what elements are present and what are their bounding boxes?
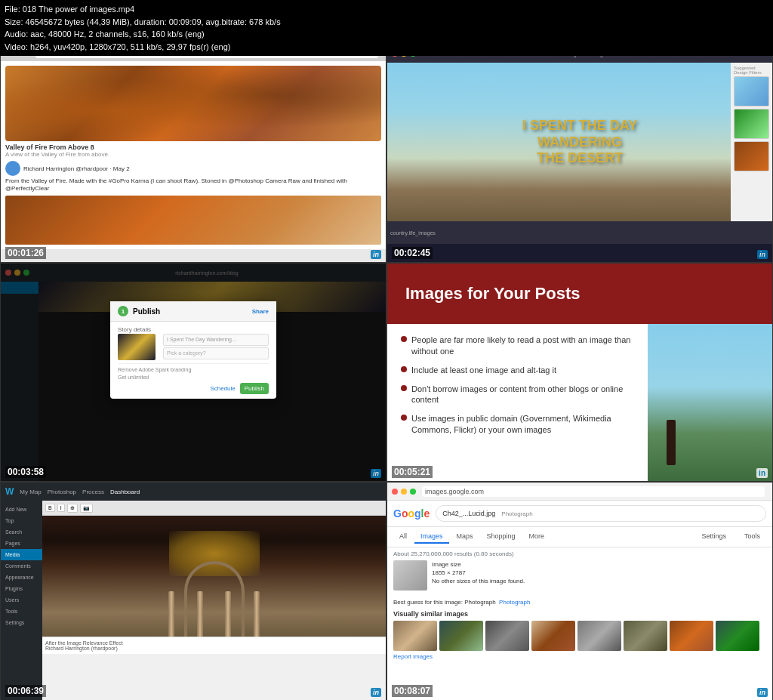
wp-nav-users[interactable]: Users bbox=[1, 594, 42, 606]
category-input[interactable]: Pick a category? bbox=[163, 347, 269, 359]
info-bar: File: 018 The power of images.mp4 Size: … bbox=[0, 0, 773, 56]
best-guess-row: Best guess for this image: Photograph Ph… bbox=[393, 594, 766, 607]
linkedin-watermark-1: in bbox=[371, 250, 381, 259]
close-btn-6[interactable] bbox=[392, 489, 398, 495]
overlay-line2: WANDERING bbox=[522, 134, 637, 150]
bullet-text-1: People are far more likely to read a pos… bbox=[411, 335, 634, 357]
wp-nav-settings[interactable]: Settings bbox=[1, 617, 42, 628]
linkedin-watermark-3: in bbox=[371, 469, 381, 478]
wp-post-title: After the Image Relevance Effect bbox=[45, 640, 383, 646]
wp-add-new[interactable]: Add New bbox=[1, 504, 42, 515]
g-letter-6: e bbox=[423, 507, 430, 520]
size-info: Size: 46545672 bytes (44,39 MiB), durati… bbox=[5, 16, 768, 29]
google-logo: Google bbox=[393, 507, 430, 520]
browser-bar-6: images.google.com bbox=[387, 483, 772, 501]
similar-img-8[interactable] bbox=[716, 621, 759, 651]
url-bar-6[interactable]: images.google.com bbox=[422, 486, 765, 497]
result-thumb bbox=[393, 560, 427, 591]
wp-nav-dashboard[interactable]: Dashboard bbox=[110, 489, 140, 495]
church-columns bbox=[158, 576, 271, 637]
bullet-dot-3 bbox=[401, 385, 407, 391]
schedule-button[interactable]: Schedule bbox=[210, 383, 235, 394]
video-info: Video: h264, yuv420p, 1280x720, 511 kb/s… bbox=[5, 41, 768, 54]
tab-shopping[interactable]: Shopping bbox=[481, 530, 522, 544]
slide-bullets: People are far more likely to read a pos… bbox=[387, 324, 648, 481]
wp-nav-appearance[interactable]: Appearance bbox=[1, 572, 42, 583]
wp-tool-b[interactable]: B bbox=[45, 504, 55, 512]
g-letter-3: o bbox=[408, 507, 414, 520]
timestamp-2: 00:02:45 bbox=[392, 247, 433, 259]
dialog-share-link[interactable]: Share bbox=[252, 308, 269, 315]
wp-main-area: Add New Top Search Pages Media Comments … bbox=[1, 501, 386, 700]
min-btn-6[interactable] bbox=[401, 489, 407, 495]
wp-content-5: B I ⊕ 📷 After the Image Rel bbox=[42, 501, 386, 700]
photograph-link[interactable]: Photograph bbox=[499, 599, 530, 606]
church-photo bbox=[42, 516, 386, 637]
design-footer-text: country.life_images bbox=[390, 230, 436, 236]
desert-background: I SPENT THE DAY WANDERING THE DESERT bbox=[387, 63, 772, 221]
g-letter-4: g bbox=[414, 507, 421, 520]
similar-img-2[interactable] bbox=[439, 621, 483, 651]
tweet-text: From the Valley of Fire. Made with the #… bbox=[5, 177, 381, 193]
similar-img-5[interactable] bbox=[577, 621, 621, 651]
tweet-desert-image bbox=[5, 66, 381, 141]
wp-nav-media[interactable]: Media bbox=[1, 549, 42, 560]
dialog-actions: Remove Adobe Spark branding Get unlimite… bbox=[118, 363, 269, 394]
timestamp-1: 00:01:26 bbox=[5, 247, 46, 259]
column-1 bbox=[168, 591, 174, 637]
wp-nav-plugins[interactable]: Plugins bbox=[1, 583, 42, 594]
bullet-item-3: Don't borrow images or content from othe… bbox=[401, 384, 634, 406]
similar-img-6[interactable] bbox=[624, 621, 667, 651]
report-images-link[interactable]: Report images bbox=[393, 653, 766, 660]
bullet-dot-1 bbox=[401, 336, 407, 342]
story-input[interactable]: I Spent The Day Wandering... bbox=[163, 334, 269, 346]
desert-text-overlay: I SPENT THE DAY WANDERING THE DESERT bbox=[522, 118, 637, 167]
tab-settings[interactable]: Settings bbox=[695, 530, 732, 544]
image-info: Image size 1855 × 2787 No other sizes of… bbox=[393, 560, 766, 591]
similar-img-3[interactable] bbox=[485, 621, 529, 651]
visually-similar-heading: Visually similar images bbox=[393, 610, 766, 618]
panel-wordpress-church: W My Map Photoshop Process Dashboard Add… bbox=[0, 482, 386, 700]
similar-img-1[interactable] bbox=[393, 621, 437, 651]
max-btn-6[interactable] bbox=[410, 489, 416, 495]
wp-nav-process: Process bbox=[82, 489, 104, 495]
similar-img-4[interactable] bbox=[531, 621, 575, 651]
story-field: Story details I Spent The Day Wandering.… bbox=[118, 326, 269, 360]
no-other-sizes: No other sizes of this image found. bbox=[432, 577, 525, 585]
wp-author: Richard Harrington (rhardpoor) bbox=[45, 646, 383, 651]
design-footer: country.life_images bbox=[387, 221, 772, 244]
wp-tool-link[interactable]: ⊕ bbox=[67, 504, 78, 513]
tab-maps[interactable]: Maps bbox=[451, 530, 479, 544]
google-search-bar[interactable]: Ch42_...Lucid.jpg Photograph bbox=[436, 505, 766, 522]
wp-nav-comments[interactable]: Comments bbox=[1, 560, 42, 572]
slide-body: People are far more likely to read a pos… bbox=[387, 324, 772, 481]
category-placeholder: Pick a category? bbox=[167, 350, 206, 356]
dialog-header: 1 Publish Share bbox=[110, 301, 276, 322]
wp-nav-pages[interactable]: Pages bbox=[1, 538, 42, 549]
wp-logo: W bbox=[5, 486, 14, 497]
tweet-content: Valley of Fire From Above 8 A view of th… bbox=[1, 61, 386, 249]
dialog-btn-row: Schedule Publish bbox=[118, 383, 269, 394]
wp-header-5: W My Map Photoshop Process Dashboard bbox=[1, 483, 386, 501]
wp-nav-tools[interactable]: Tools bbox=[1, 606, 42, 617]
overlay-line3: THE DESERT bbox=[522, 150, 637, 167]
trial-label: Get unlimited bbox=[118, 375, 269, 380]
bullet-text-3: Don't borrow images or content from othe… bbox=[411, 384, 634, 406]
wp-tool-i[interactable]: I bbox=[57, 504, 65, 512]
timestamp-3: 00:03:58 bbox=[5, 466, 46, 478]
wp-tool-img[interactable]: 📷 bbox=[80, 504, 93, 513]
filter-thumb-2[interactable] bbox=[734, 109, 769, 139]
tab-all[interactable]: All bbox=[393, 530, 413, 544]
tab-images[interactable]: Images bbox=[414, 530, 449, 544]
tab-tools[interactable]: Tools bbox=[738, 530, 766, 544]
wp-nav-top[interactable]: Top bbox=[1, 515, 42, 526]
google-tabs: All Images Maps Shopping More Settings T… bbox=[387, 527, 772, 547]
wp-nav-search[interactable]: Search bbox=[1, 526, 42, 538]
image-size-label: Image size bbox=[432, 560, 525, 569]
similar-img-7[interactable] bbox=[670, 621, 713, 651]
timestamp-5: 00:06:39 bbox=[5, 685, 46, 697]
filter-thumb-1[interactable] bbox=[734, 76, 769, 106]
publish-button[interactable]: Publish bbox=[240, 383, 269, 394]
filter-thumb-3[interactable] bbox=[734, 141, 769, 171]
tab-more[interactable]: More bbox=[523, 530, 551, 544]
